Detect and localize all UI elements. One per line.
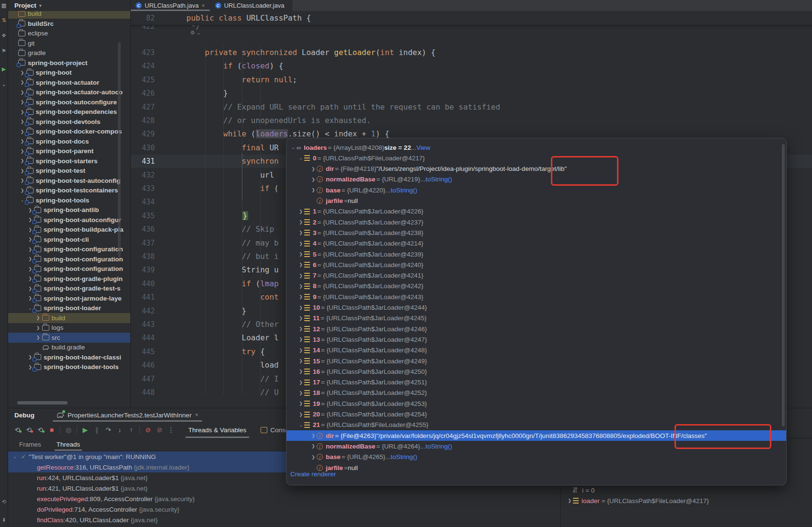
commit-tool-icon[interactable]: ⇅: [0, 17, 8, 23]
popup-row-field-base[interactable]: ❯fbase = {URL@4220} ... toString(): [286, 185, 787, 195]
pause-icon[interactable]: ∥: [91, 426, 103, 434]
tree-row-spring-boot-test-autoconfig[interactable]: ❯spring-boot-test-autoconfig: [8, 176, 131, 186]
tree-row-spring-boot-autoconfigur[interactable]: ❯spring-boot-autoconfigur: [8, 215, 131, 225]
chevron-down-icon[interactable]: ▾: [39, 3, 42, 8]
tree-row-spring-boot-parent[interactable]: ❯spring-boot-parent: [8, 146, 131, 156]
line-number[interactable]: 432: [131, 168, 155, 182]
line-number[interactable]: 428: [131, 114, 155, 127]
popup-row-element-20[interactable]: ❯20 = {URLClassPath$JarLoader@4254}: [286, 409, 787, 420]
tree-row-spring-boot-tools[interactable]: ⌄spring-boot-tools: [8, 195, 131, 205]
tree-row-gradle[interactable]: gradle: [8, 48, 131, 58]
popup-row-element-1[interactable]: ❯1 = {URLClassPath$JarLoader@4226}: [286, 206, 787, 217]
line-number[interactable]: 435: [131, 209, 155, 223]
popup-row-element-21[interactable]: ⌄21 = {URLClassPath$FileLoader@4255}: [286, 420, 787, 430]
run-tool-icon[interactable]: ▶: [0, 66, 8, 72]
tree-row-spring-boot-configuration[interactable]: ❯spring-boot-configuration: [8, 244, 131, 254]
popup-row-loaders[interactable]: ⌄∞loaders = {ArrayList@4208} size = 22 .…: [286, 142, 787, 153]
variable-row-loader[interactable]: ❯loader = {URLClassPath$FileLoader@4217}: [560, 495, 812, 506]
tree-row-spring-boot-testcontainers[interactable]: ❯spring-boot-testcontainers: [8, 185, 131, 195]
subtab-frames[interactable]: Frames: [15, 438, 45, 451]
tree-row-logs[interactable]: ❯logs: [8, 323, 131, 333]
line-number[interactable]: 431: [131, 155, 155, 168]
close-icon[interactable]: ×: [195, 412, 198, 418]
popup-row-field-jarfile[interactable]: fjarfile = null: [286, 196, 787, 206]
tree-row-spring-boot-jarmode-laye[interactable]: ❯spring-boot-jarmode-laye: [8, 293, 131, 303]
resume-icon[interactable]: ▶: [80, 426, 91, 434]
stack-frame-row[interactable]: findClass:420, URLClassLoader {java.net}: [8, 515, 560, 525]
debug-session-tab[interactable]: PropertiesLauncherTests2.testJarWithInne…: [53, 408, 202, 422]
line-number[interactable]: 424: [131, 59, 155, 73]
line-number[interactable]: 441: [131, 291, 155, 304]
popup-row-element-15[interactable]: ❯15 = {URLClassPath$JarLoader@4249}: [286, 356, 787, 366]
tree-row-git[interactable]: git: [8, 38, 131, 48]
popup-row-element-18[interactable]: ❯18 = {URLClassPath$JarLoader@4252}: [286, 388, 787, 398]
line-number[interactable]: 433: [131, 182, 155, 195]
bookmarks-tool-icon[interactable]: ⚑: [0, 48, 8, 54]
project-panel-header[interactable]: Project ▾: [8, 0, 130, 11]
variable-row-i[interactable]: 1001i = 0: [560, 485, 812, 495]
line-number[interactable]: 436: [131, 223, 155, 236]
tree-row-buildSrc[interactable]: buildSrc: [8, 19, 131, 29]
line-number[interactable]: 425: [131, 73, 155, 87]
popup-row-element-19[interactable]: ❯19 = {URLClassPath$JarLoader@4253}: [286, 398, 787, 409]
tab-threads-variables[interactable]: Threads & Variables: [185, 422, 249, 438]
project-tree-vertical-scrollbar[interactable]: [118, 42, 121, 258]
popup-row-element-2[interactable]: ❯2 = {URLClassPath$JarLoader@4237}: [286, 217, 787, 227]
popup-row-element-8[interactable]: ❯8 = {URLClassPath$JarLoader@4242}: [286, 281, 787, 292]
line-number[interactable]: 438: [131, 250, 155, 263]
popup-row-element-16[interactable]: ❯16 = {URLClassPath$JarLoader@4250}: [286, 366, 787, 377]
popup-row-element-7[interactable]: ❯7 = {URLClassPath$JarLoader@4241}: [286, 270, 787, 281]
rerun-icon[interactable]: ⟲: [11, 426, 23, 434]
line-number[interactable]: 443: [131, 318, 155, 331]
tree-row-spring-boot-antlib[interactable]: ❯spring-boot-antlib: [8, 205, 131, 215]
tree-row-eclipse[interactable]: eclipse: [8, 28, 131, 38]
popup-row-field-base[interactable]: ❯fbase = {URL@4265} ... toString(): [286, 452, 787, 462]
popup-row-element-10[interactable]: ❯10 = {URLClassPath$JarLoader@4244}: [286, 303, 787, 313]
popup-row-element-5[interactable]: ❯5 = {URLClassPath$JarLoader@4239}: [286, 249, 787, 259]
popup-row-element-9[interactable]: ❯9 = {URLClassPath$JarLoader@4243}: [286, 292, 787, 302]
tree-row-spring-boot-configuration[interactable]: ❯spring-boot-configuration: [8, 254, 131, 264]
tree-row-spring-boot-dependencies[interactable]: ❯spring-boot-dependencies: [8, 107, 131, 117]
line-number[interactable]: 426: [131, 87, 155, 100]
project-tool-icon[interactable]: ▥: [0, 2, 8, 9]
chevron-collapsed-icon[interactable]: ❯: [34, 315, 42, 320]
popup-row-field-dir[interactable]: ❯fdir = {File@4218} "/Users/zengsl/Proje…: [286, 164, 787, 174]
line-number[interactable]: 423: [131, 46, 155, 59]
line-number[interactable]: 442: [131, 304, 155, 318]
popup-row-element-3[interactable]: ❯3 = {URLClassPath$JarLoader@4238}: [286, 227, 787, 238]
line-number[interactable]: 440: [131, 277, 155, 291]
popup-row-field-normalizedBase[interactable]: ❯fnormalizedBase = {URL@4219} ... toStri…: [286, 174, 787, 185]
popup-row-element-12[interactable]: ❯12 = {URLClassPath$JarLoader@4246}: [286, 324, 787, 334]
view-breakpoints-icon[interactable]: ⊘: [154, 426, 165, 434]
tree-row-spring-boot-cli[interactable]: ❯spring-boot-cli: [8, 235, 131, 245]
chevron-collapsed-icon[interactable]: ❯: [34, 335, 42, 340]
structure-tool-icon[interactable]: ❖: [0, 33, 8, 39]
rerun-failed-icon[interactable]: ⟲: [23, 426, 34, 434]
tree-row-spring-boot-docs[interactable]: ❯spring-boot-docs: [8, 136, 131, 146]
popup-row-element-13[interactable]: ❯13 = {URLClassPath$JarLoader@4247}: [286, 334, 787, 345]
line-number[interactable]: 444: [131, 331, 155, 345]
tree-row-spring-boot-actuator[interactable]: ❯spring-boot-actuator: [8, 78, 131, 88]
tree-row-spring-boot-gradle-plugin[interactable]: ❯spring-boot-gradle-plugin: [8, 274, 131, 284]
tree-row-spring-boot-project[interactable]: spring-boot-project: [8, 58, 131, 68]
line-number[interactable]: 429: [131, 127, 155, 141]
step-over-icon[interactable]: ↷: [103, 426, 114, 434]
tree-row-spring-boot-loader-classi[interactable]: ❯spring-boot-loader-classi: [8, 352, 131, 362]
tree-row-spring-boot-configuration[interactable]: ❯spring-boot-configuration: [8, 264, 131, 274]
subtab-threads[interactable]: Threads: [53, 438, 84, 451]
tree-row-build.gradle[interactable]: build.gradle: [8, 342, 131, 352]
more-tool-icon[interactable]: •: [0, 82, 8, 88]
line-number[interactable]: 448: [131, 386, 155, 399]
line-number[interactable]: 437: [131, 236, 155, 250]
stack-frame-row[interactable]: executePrivileged:809, AccessController …: [8, 493, 560, 504]
popup-row-element-6[interactable]: ❯6 = {URLClassPath$JarLoader@4240}: [286, 259, 787, 270]
popup-row-element-17[interactable]: ❯17 = {URLClassPath$JarLoader@4251}: [286, 377, 787, 388]
popup-scrollbar[interactable]: [782, 144, 785, 426]
line-number[interactable]: 434: [131, 195, 155, 209]
tree-row-spring-boot-autoconfigure[interactable]: ❯spring-boot-autoconfigure: [8, 97, 131, 107]
step-into-icon[interactable]: ↓: [114, 426, 126, 434]
popup-row-field-jarfile[interactable]: fjarfile = null: [286, 462, 787, 473]
more-icon[interactable]: ⋮: [165, 426, 177, 434]
step-out-icon[interactable]: ↑: [126, 426, 137, 434]
tab-urlclasspath[interactable]: C URLClassPath.java ×: [131, 0, 210, 11]
